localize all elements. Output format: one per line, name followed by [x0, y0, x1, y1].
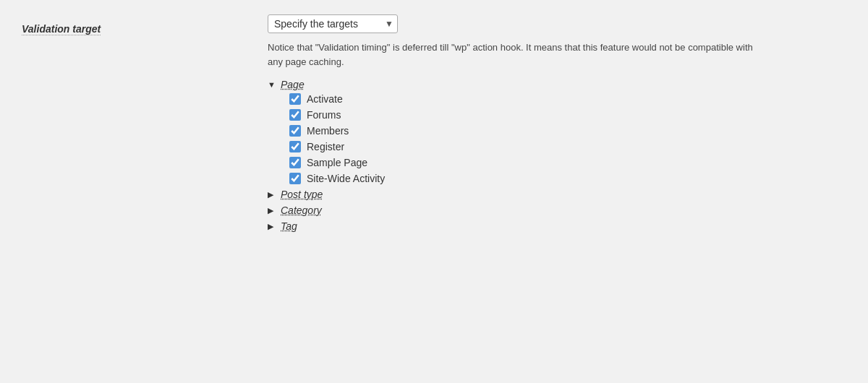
- list-item: Register: [289, 141, 846, 152]
- targets-select[interactable]: Specify the targetsAll pagesNo pages: [268, 14, 398, 33]
- page-item-checkbox-5[interactable]: [289, 173, 301, 184]
- page-item-label-0[interactable]: Activate: [307, 93, 343, 105]
- page-section-label: Page: [281, 79, 305, 90]
- page-item-label-2[interactable]: Members: [307, 125, 349, 137]
- category-expand-arrow-icon: ▶: [268, 206, 276, 215]
- post-type-section-label: Post type: [281, 189, 323, 200]
- page-section: ▼ Page ActivateForumsMembersRegisterSamp…: [268, 79, 846, 184]
- dropdown-wrapper[interactable]: Specify the targetsAll pagesNo pages ▼: [268, 14, 398, 33]
- list-item: Forums: [289, 109, 846, 121]
- page-expand-arrow-icon: ▼: [268, 80, 276, 89]
- post-type-section[interactable]: ▶ Post type: [268, 189, 846, 200]
- page-children: ActivateForumsMembersRegisterSample Page…: [268, 93, 846, 184]
- content-column: Specify the targetsAll pagesNo pages ▼ N…: [268, 14, 846, 236]
- tag-expand-arrow-icon: ▶: [268, 222, 276, 231]
- list-item: Members: [289, 125, 846, 137]
- tag-section-label: Tag: [281, 220, 297, 232]
- settings-container: Validation target Specify the targetsAll…: [0, 0, 868, 251]
- page-item-label-1[interactable]: Forums: [307, 109, 341, 121]
- page-item-checkbox-1[interactable]: [289, 109, 301, 121]
- dropdown-row: Specify the targetsAll pagesNo pages ▼: [268, 14, 846, 33]
- list-item: Site-Wide Activity: [289, 173, 846, 184]
- tag-section[interactable]: ▶ Tag: [268, 220, 846, 232]
- page-item-checkbox-0[interactable]: [289, 93, 301, 105]
- page-section-header[interactable]: ▼ Page: [268, 79, 846, 90]
- label-column: Validation target: [22, 14, 239, 35]
- category-section[interactable]: ▶ Category: [268, 205, 846, 216]
- validation-target-label: Validation target: [22, 23, 101, 35]
- page-item-label-4[interactable]: Sample Page: [307, 157, 367, 168]
- category-section-label: Category: [281, 205, 322, 216]
- page-item-checkbox-2[interactable]: [289, 125, 301, 137]
- page-item-label-3[interactable]: Register: [307, 141, 344, 152]
- post-type-expand-arrow-icon: ▶: [268, 190, 276, 199]
- list-item: Sample Page: [289, 157, 846, 168]
- page-item-label-5[interactable]: Site-Wide Activity: [307, 173, 385, 184]
- page-item-checkbox-3[interactable]: [289, 141, 301, 152]
- list-item: Activate: [289, 93, 846, 105]
- page-item-checkbox-4[interactable]: [289, 157, 301, 168]
- notice-text: Notice that "Validation timing" is defer…: [268, 40, 760, 69]
